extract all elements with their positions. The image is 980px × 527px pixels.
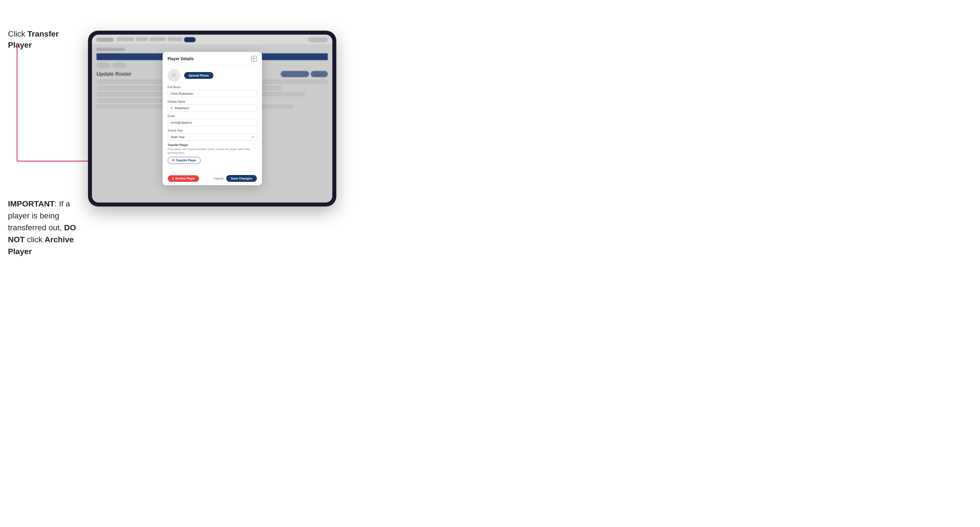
modal-title: Player Details	[168, 56, 194, 61]
important-label: IMPORTANT	[8, 199, 54, 208]
upload-photo-button[interactable]: Upload Photo	[184, 72, 214, 79]
modal-close-button[interactable]: ×	[251, 56, 257, 62]
school-year-select[interactable]: First Year Second Year Third Year Fourth…	[168, 133, 257, 141]
modal-overlay: Player Details × Upload Photo	[92, 35, 332, 203]
display-name-label: Display Name	[168, 100, 257, 103]
full-name-input[interactable]	[168, 90, 257, 97]
tablet: Update Roster Player Details ×	[88, 31, 336, 206]
transfer-player-button[interactable]: ⟳ Transfer Player	[168, 157, 200, 164]
transfer-player-btn-label: Transfer Player	[176, 159, 196, 162]
transfer-icon: ⟳	[172, 159, 175, 162]
instruction-click-text: Click Transfer Player	[8, 29, 84, 51]
player-details-modal: Player Details × Upload Photo	[162, 52, 262, 185]
save-changes-button[interactable]: Save Changes	[226, 175, 256, 182]
footer-right-buttons: Cancel Save Changes	[214, 175, 256, 182]
svg-point-3	[173, 73, 175, 75]
school-year-label: School Year	[168, 129, 257, 132]
modal-body: Upload Photo Full Name Display Name	[162, 65, 262, 171]
email-label: Email	[168, 114, 257, 118]
full-name-group: Full Name	[168, 86, 257, 97]
transfer-description: If this player has moved to another scho…	[168, 148, 257, 155]
email-input[interactable]	[168, 119, 257, 126]
archive-player-button[interactable]: ⬇ Archive Player	[168, 175, 199, 182]
instruction-important-text: IMPORTANT: If a player is being transfer…	[8, 198, 84, 257]
school-year-group: School Year First Year Second Year Third…	[168, 129, 257, 141]
display-name-input[interactable]	[168, 105, 257, 112]
display-name-group: Display Name	[168, 100, 257, 112]
full-name-label: Full Name	[168, 86, 257, 89]
avatar	[168, 69, 180, 82]
email-group: Email	[168, 114, 257, 126]
instruction-area: Click Transfer Player IMPORTANT: If a pl…	[8, 29, 84, 257]
photo-upload-row: Upload Photo	[168, 69, 257, 82]
archive-player-label: Archive Player	[175, 177, 195, 180]
transfer-section-label: Transfer Player	[168, 143, 257, 147]
modal-header: Player Details ×	[162, 52, 262, 65]
modal-footer: ⬇ Archive Player Cancel Save Changes	[162, 171, 262, 185]
cancel-button[interactable]: Cancel	[214, 177, 223, 180]
transfer-player-section: Transfer Player If this player has moved…	[168, 143, 257, 164]
instruction-click-bold: Transfer Player	[8, 30, 59, 49]
archive-icon: ⬇	[172, 177, 174, 180]
tablet-screen: Update Roster Player Details ×	[92, 35, 332, 203]
